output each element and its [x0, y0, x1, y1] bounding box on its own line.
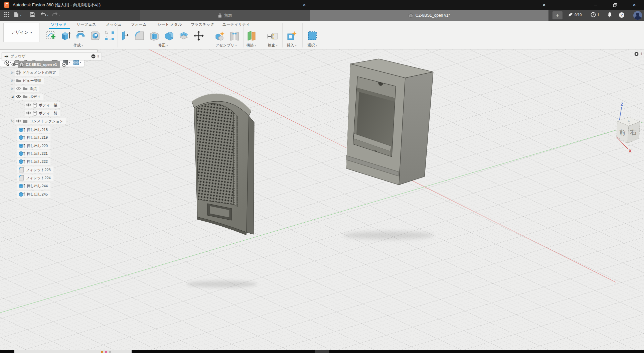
- expand-icon[interactable]: ◢: [10, 95, 15, 98]
- combine-icon[interactable]: [163, 30, 175, 42]
- expand-icon[interactable]: ▷: [10, 87, 15, 90]
- offset-face-icon[interactable]: [178, 30, 189, 42]
- browser-item-fillet-223[interactable]: フィレット223: [17, 166, 53, 173]
- browser-item-bodies[interactable]: ◢ ボディ: [10, 93, 43, 100]
- visibility-eye-icon[interactable]: [16, 119, 21, 123]
- browser-item-origin[interactable]: ▷ 原点: [10, 85, 39, 92]
- help-icon: ?: [619, 12, 625, 18]
- body-front-cover[interactable]: [192, 94, 254, 235]
- tab-active-document[interactable]: CZ-8BS1_open v1*: [310, 10, 548, 21]
- undo-caret[interactable]: ▾: [47, 14, 48, 17]
- browser-item-body-front[interactable]: ボディ・前: [25, 109, 60, 117]
- move-icon[interactable]: [193, 30, 204, 42]
- revolve-icon[interactable]: [75, 30, 86, 42]
- group-label-select[interactable]: 選択 ▾: [307, 43, 317, 48]
- expand-icon[interactable]: ▷: [10, 119, 15, 123]
- tab-active-close-icon[interactable]: ✕: [542, 3, 546, 7]
- ribbon-tab-form[interactable]: フォーム: [131, 22, 147, 27]
- redo-icon[interactable]: [52, 12, 57, 18]
- create-sketch-icon[interactable]: [45, 30, 57, 42]
- ribbon-tab-surface[interactable]: サーフェス: [76, 22, 96, 27]
- tab-untitled[interactable]: 無題: [140, 10, 310, 21]
- tab-untitled-close-icon[interactable]: ✕: [303, 3, 306, 7]
- press-pull-icon[interactable]: [119, 30, 131, 42]
- group-label-modify[interactable]: 修正 ▾: [158, 43, 168, 48]
- joint-icon[interactable]: [229, 30, 240, 42]
- browser-grip[interactable]: ‖: [97, 54, 99, 58]
- ribbon-tab-sheetmetal[interactable]: シート メタル: [157, 22, 182, 27]
- app-menu-icon[interactable]: [4, 12, 9, 18]
- undo-icon[interactable]: [41, 12, 46, 18]
- measure-icon[interactable]: [267, 30, 278, 42]
- browser-item-extrude-220[interactable]: 押し出し220: [17, 142, 50, 149]
- browser-item-extrude-222[interactable]: 押し出し222: [17, 158, 50, 165]
- expand-icon[interactable]: ▷: [10, 79, 15, 82]
- close-window-button[interactable]: ✕: [625, 0, 644, 10]
- model-bodies[interactable]: [0, 49, 644, 350]
- browser-item-extrude-219[interactable]: 押し出し219: [17, 134, 50, 141]
- save-status-badge[interactable]: 9/10: [568, 12, 582, 17]
- save-icon[interactable]: [30, 12, 35, 18]
- browser-item-root[interactable]: ◢ CZ-8BS1_open v1: [5, 61, 66, 68]
- help-button[interactable]: ?: [619, 12, 625, 18]
- notifications-bell[interactable]: [607, 12, 612, 17]
- browser-item-extrude-244[interactable]: 押し出し244: [17, 182, 50, 190]
- visibility-eye-icon[interactable]: [16, 95, 21, 98]
- expand-icon[interactable]: ◢: [5, 63, 10, 66]
- new-component-icon[interactable]: [214, 30, 225, 42]
- expand-icon[interactable]: ▷: [10, 71, 15, 74]
- new-file-icon[interactable]: [14, 12, 19, 19]
- browser-item-extrude-221[interactable]: 押し出し221: [17, 150, 50, 157]
- root-selected-chip[interactable]: CZ-8BS1_open v1: [18, 61, 60, 68]
- restore-button[interactable]: [605, 0, 625, 10]
- ribbon-tab-utilities[interactable]: ユーティリティ: [222, 22, 250, 27]
- construction-plane-icon[interactable]: [246, 30, 257, 42]
- viewports-icon: [73, 60, 79, 65]
- select-icon[interactable]: [307, 30, 318, 42]
- viewport-canvas[interactable]: Z 上 前 右 X ◀◀ ブラウザ ‖ ◢: [0, 49, 644, 350]
- minimize-button[interactable]: ─: [586, 0, 605, 10]
- browser-item-view-management[interactable]: ▷ ビュー管理: [10, 77, 44, 84]
- visibility-eye-icon[interactable]: [26, 111, 31, 115]
- job-status-clock[interactable]: 1: [591, 12, 599, 17]
- hole-icon[interactable]: [90, 30, 101, 42]
- new-document-button[interactable]: +: [552, 11, 562, 19]
- fillet-icon[interactable]: [134, 30, 145, 42]
- pattern-icon[interactable]: [104, 30, 115, 42]
- browser-panel-header[interactable]: ◀◀ ブラウザ ‖: [2, 52, 101, 60]
- group-label-inspect[interactable]: 検査 ▾: [268, 43, 277, 48]
- view-cube[interactable]: Z 上 前 右 X: [603, 100, 644, 154]
- comment-grip[interactable]: ‖: [640, 52, 642, 56]
- viewports-tool[interactable]: ▾: [73, 60, 81, 65]
- browser-minimize-icon[interactable]: [91, 54, 96, 58]
- insert-icon[interactable]: [286, 30, 297, 42]
- visibility-eye-icon[interactable]: [11, 63, 16, 66]
- activate-radio-icon[interactable]: [62, 62, 66, 67]
- avatar[interactable]: [633, 11, 642, 20]
- redo-caret[interactable]: ▾: [58, 14, 60, 17]
- visibility-eye-icon[interactable]: [26, 103, 31, 107]
- ribbon-tab-plastic[interactable]: プラスチック: [191, 22, 214, 27]
- group-label-assemble[interactable]: アセンブリ ▾: [215, 43, 236, 48]
- ribbon-tab-solid[interactable]: ソリッド: [51, 22, 66, 27]
- browser-item-extrude-218[interactable]: 押し出し218: [17, 126, 50, 133]
- group-label-create[interactable]: 作成 ▾: [73, 43, 83, 48]
- browser-item-body-back[interactable]: ボディ・後: [25, 101, 60, 109]
- body-back-box[interactable]: [346, 59, 433, 185]
- group-label-insert[interactable]: 挿入 ▾: [287, 43, 296, 48]
- screw-hole-bottom: [373, 150, 377, 156]
- browser-item-extrude-245[interactable]: 押し出し245: [17, 191, 50, 198]
- browser-item-document-settings[interactable]: ▷ ドキュメントの設定: [10, 69, 59, 76]
- comment-add-icon[interactable]: [634, 52, 639, 56]
- extrude-icon[interactable]: [60, 30, 71, 42]
- browser-collapse-icon[interactable]: ◀◀: [4, 55, 8, 58]
- workspace-selector[interactable]: デザイン ▾: [3, 23, 39, 42]
- new-file-caret[interactable]: ▾: [20, 14, 21, 17]
- browser-item-construction[interactable]: ▷ コンストラクション: [10, 117, 66, 125]
- group-label-construct[interactable]: 構築 ▾: [246, 43, 256, 48]
- view-cube-faces[interactable]: 上 前 右: [617, 117, 640, 143]
- ribbon-tab-mesh[interactable]: メッシュ: [106, 22, 122, 27]
- browser-item-fillet-224[interactable]: フィレット224: [17, 174, 53, 182]
- shell-icon[interactable]: [149, 30, 160, 42]
- eye-off-icon[interactable]: [16, 87, 21, 91]
